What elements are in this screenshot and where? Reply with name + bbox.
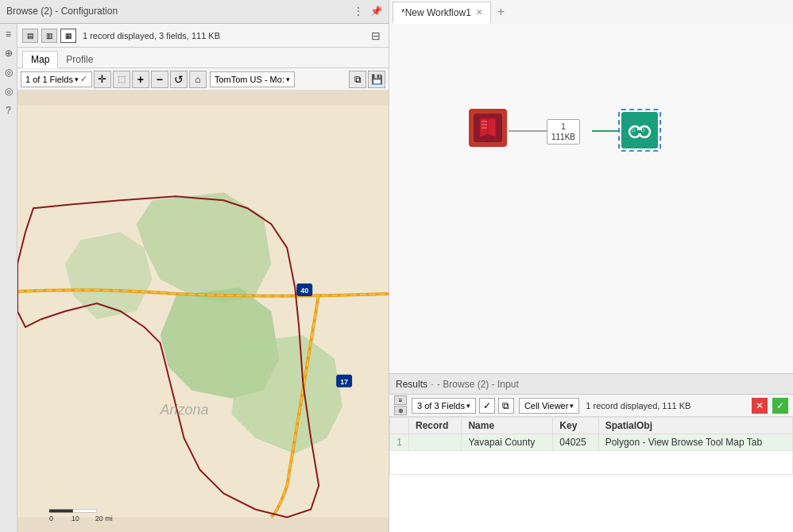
sidebar-icon-plus[interactable]: ⊕ — [2, 46, 16, 60]
col-header-key[interactable]: Key — [553, 418, 598, 434]
results-subtitle: - Browse (2) - Input — [437, 379, 519, 390]
results-toolbar: ≡ ⊕ 3 of 3 Fields ▾ ✓ ⧉ Cell Viewer ▾ 1 … — [389, 395, 793, 417]
svg-text:20 mi: 20 mi — [95, 515, 113, 522]
pin-icon[interactable]: 📌 — [370, 6, 382, 17]
close-results-button[interactable]: ✕ — [752, 398, 768, 414]
svg-text:10: 10 — [72, 515, 79, 522]
tab-close-icon[interactable]: ✕ — [476, 8, 482, 17]
more-icon[interactable]: ⋮ — [353, 5, 364, 17]
fields-selector[interactable]: 1 of 1 Fields ▾ ✓ — [21, 71, 92, 87]
results-title: Results — [396, 379, 427, 390]
workflow-tab[interactable]: *New Workflow1 ✕ — [393, 2, 491, 24]
results-icon-list[interactable]: ≡ — [394, 395, 407, 405]
basemap-selector[interactable]: TomTom US - Mo: ▾ — [210, 71, 295, 87]
sidebar-icon-circle1[interactable]: ◎ — [2, 65, 16, 79]
sidebar-icon-circle2[interactable]: ◎ — [2, 84, 16, 98]
sidebar-icon-help[interactable]: ? — [2, 103, 16, 118]
col-header-name[interactable]: Name — [462, 418, 553, 434]
view-icon-single[interactable]: ▤ — [22, 29, 38, 43]
fields-count-button[interactable]: 3 of 3 Fields ▾ — [412, 398, 476, 414]
row-num: 1 — [390, 434, 409, 451]
tool-copy[interactable]: ⧉ — [349, 71, 366, 88]
row-spatial: Polygon - View Browse Tool Map Tab — [598, 434, 792, 451]
map-tab-map[interactable]: Map — [22, 51, 58, 68]
col-header-rownum — [390, 418, 409, 434]
grid-options-icon[interactable]: ⊟ — [368, 28, 384, 44]
workflow-canvas: 1 111KB — [389, 24, 793, 373]
tool-move[interactable]: ✛ — [94, 71, 111, 88]
check-columns-button[interactable]: ✓ — [479, 398, 495, 414]
cell-viewer-label: Cell Viewer — [524, 401, 568, 411]
source-node[interactable] — [469, 109, 507, 147]
connection-svg — [389, 24, 793, 373]
col-header-record[interactable]: Record — [409, 418, 462, 434]
check-icon: ✓ — [80, 74, 87, 84]
connector-box: 1 111KB — [547, 119, 580, 145]
table-empty-row — [390, 451, 793, 475]
svg-text:0: 0 — [49, 515, 53, 522]
results-separator: - — [431, 379, 434, 390]
fields-count-label: 3 of 3 Fields — [417, 401, 465, 411]
record-info: 1 record displayed, 3 fields, 111 KB — [83, 31, 362, 40]
map-tab-profile[interactable]: Profile — [58, 52, 101, 67]
svg-text:17: 17 — [340, 378, 348, 386]
tab-label: *New Workflow1 — [401, 7, 471, 18]
results-table-wrapper: Record Name Key SpatialObj — [389, 417, 793, 532]
accept-results-button[interactable]: ✓ — [772, 398, 788, 414]
cell-viewer-arrow: ▾ — [570, 402, 574, 410]
basemap-label: TomTom US - Mo: — [215, 75, 284, 84]
map-area: 40 17 Arizona — [17, 91, 389, 532]
map-toolbar: 1 of 1 Fields ▾ ✓ ✛ ⬚ + − ↺ ⌂ TomTom US … — [17, 68, 389, 91]
record-count-label: 1 record displayed, 111 KB — [586, 401, 690, 411]
add-tab-button[interactable]: + — [493, 5, 509, 19]
col-header-spatial[interactable]: SpatialObj — [598, 418, 792, 434]
basemap-dropdown-arrow: ▾ — [286, 75, 290, 83]
browse-node[interactable] — [618, 109, 661, 152]
cell-viewer-button[interactable]: Cell Viewer ▾ — [519, 398, 579, 414]
left-panel-header: ▤ ▥ ▦ 1 record displayed, 3 fields, 111 … — [17, 24, 389, 48]
tool-zoom-out[interactable]: − — [151, 71, 168, 88]
results-header: Results - - Browse (2) - Input — [389, 374, 793, 395]
svg-text:Arizona: Arizona — [160, 402, 209, 418]
sidebar-icon-menu[interactable]: ≡ — [2, 27, 16, 41]
results-panel: Results - - Browse (2) - Input ≡ ⊕ 3 of … — [389, 373, 793, 532]
map-tabs-bar: Map Profile — [17, 48, 389, 68]
view-icon-grid[interactable]: ▦ — [60, 29, 76, 43]
map-svg: 40 17 Arizona — [17, 91, 389, 532]
svg-rect-13 — [73, 509, 97, 512]
tool-save[interactable]: 💾 — [368, 71, 385, 88]
row-name: Yavapai County — [462, 434, 553, 451]
view-icon-split[interactable]: ▥ — [41, 29, 57, 43]
svg-point-25 — [632, 129, 635, 132]
tool-zoom-in[interactable]: + — [132, 71, 149, 88]
table-row[interactable]: 1 Yavapai County 04025 Polygon - View Br… — [390, 434, 793, 451]
row-record — [409, 434, 462, 451]
sidebar-icons-panel: ≡ ⊕ ◎ ◎ ? — [0, 24, 17, 532]
svg-text:40: 40 — [300, 287, 308, 295]
tool-home[interactable]: ⌂ — [189, 71, 207, 88]
results-table: Record Name Key SpatialObj — [389, 417, 793, 475]
fields-dropdown-arrow: ▾ — [75, 75, 79, 83]
browse-title: Browse (2) - Configuration — [6, 6, 353, 17]
fields-count-arrow: ▾ — [466, 402, 470, 410]
tool-rotate[interactable]: ↺ — [170, 71, 188, 88]
results-icon-chart[interactable]: ⊕ — [394, 406, 407, 415]
fields-selector-label: 1 of 1 Fields — [25, 75, 73, 84]
tool-select-rect[interactable]: ⬚ — [113, 71, 130, 88]
row-key: 04025 — [553, 434, 598, 451]
columns-options-button[interactable]: ⧉ — [498, 398, 514, 414]
